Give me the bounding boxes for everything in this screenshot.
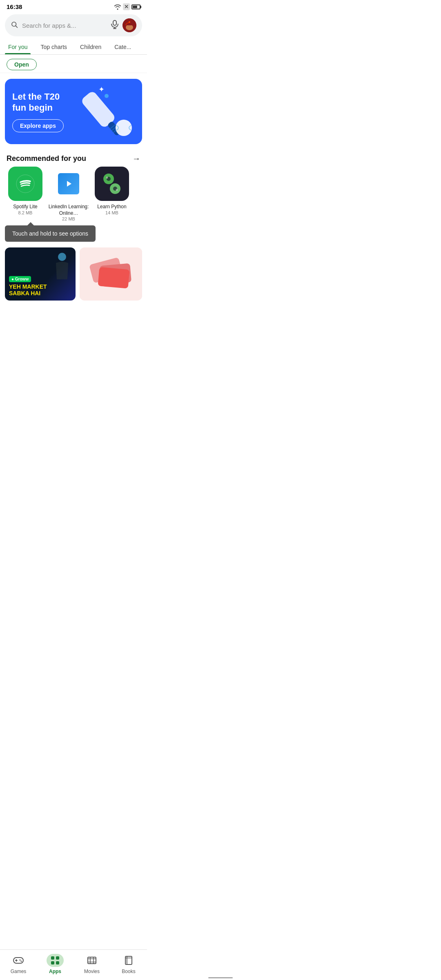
explore-apps-button[interactable]: Explore apps — [12, 119, 64, 132]
status-icons: ✕ — [114, 3, 140, 10]
groww-label: ● Groww — [9, 276, 31, 282]
svg-point-26 — [107, 177, 107, 178]
svg-rect-2 — [113, 20, 116, 25]
banner-content: Let the T20fun begin Explore apps — [12, 91, 64, 132]
app-size-python: 14 MB — [105, 210, 118, 215]
search-placeholder: Search for apps &... — [22, 22, 107, 29]
recommended-title: Recommended for you — [7, 154, 86, 163]
app-size-spotify: 8.2 MB — [18, 210, 33, 215]
recommended-arrow[interactable]: → — [132, 154, 140, 163]
app-name-spotify: Spotify Lite — [13, 204, 37, 210]
app-item-python[interactable]: Learn Python 14 MB — [91, 167, 132, 221]
jupiter-art — [80, 247, 142, 301]
spotify-icon-bg — [8, 167, 42, 201]
tabs-nav: For you Top charts Children Cate... — [0, 40, 147, 55]
status-time: 16:38 — [7, 3, 22, 10]
app-name-python: Learn Python — [97, 204, 126, 210]
avatar[interactable] — [122, 18, 136, 32]
tab-top-charts[interactable]: Top charts — [34, 40, 74, 54]
svg-rect-32 — [98, 267, 129, 289]
cricket-art-svg: ✦ — [71, 79, 140, 144]
svg-point-17 — [16, 174, 35, 194]
banner-title: Let the T20fun begin — [12, 91, 64, 114]
app-size-linkedin: 22 MB — [62, 216, 75, 221]
svg-line-1 — [16, 26, 17, 27]
search-icon — [11, 21, 18, 30]
tab-children[interactable]: Children — [74, 40, 108, 54]
search-bar[interactable]: Search for apps &... — [5, 14, 142, 36]
promo-card-groww[interactable]: ● Groww YEH MARKETSABKA HAI — [5, 247, 76, 301]
svg-point-28 — [58, 253, 66, 261]
wifi-icon — [114, 4, 121, 10]
linkedin-play-icon — [58, 173, 79, 194]
promo-cards-row: ● Groww YEH MARKETSABKA HAI — [0, 244, 147, 305]
open-button[interactable]: Open — [7, 59, 37, 70]
app-name-linkedin: LinkedIn Learning: Online… — [48, 204, 89, 216]
svg-point-16 — [105, 94, 109, 98]
battery-icon — [131, 4, 140, 9]
status-bar: 16:38 ✕ — [0, 0, 147, 12]
tooltip-wrap: Touch and hold to see options — [5, 225, 142, 242]
groww-tagline: YEH MARKETSABKA HAI — [9, 284, 47, 296]
app-icon-python — [95, 167, 129, 201]
app-icon-spotify — [8, 167, 42, 201]
svg-point-27 — [116, 189, 117, 190]
svg-marker-19 — [67, 181, 71, 187]
python-icon-bg — [95, 167, 129, 201]
svg-text:✦: ✦ — [98, 85, 105, 94]
recommended-section-header: Recommended for you → — [0, 150, 147, 167]
app-item-spotify[interactable]: Spotify Lite 8.2 MB — [5, 167, 46, 221]
mic-icon[interactable] — [111, 20, 118, 31]
t20-banner[interactable]: Let the T20fun begin Explore apps — [5, 79, 142, 144]
app-icon-linkedin — [51, 167, 86, 201]
linkedin-icon-bg — [51, 167, 86, 201]
banner-illustration: ✦ — [65, 79, 142, 144]
promo-card-jupiter[interactable] — [80, 247, 142, 301]
tab-categories[interactable]: Cate... — [108, 40, 138, 54]
touch-hold-tooltip: Touch and hold to see options — [5, 225, 96, 242]
tab-for-you[interactable]: For you — [2, 40, 34, 54]
notification-icon: ✕ — [123, 3, 130, 10]
app-item-linkedin[interactable]: LinkedIn Learning: Online… 22 MB — [48, 167, 89, 221]
recommended-apps-row: Spotify Lite 8.2 MB LinkedIn Learning: O… — [0, 167, 147, 225]
svg-point-8 — [129, 21, 130, 23]
open-area: Open — [0, 55, 147, 73]
